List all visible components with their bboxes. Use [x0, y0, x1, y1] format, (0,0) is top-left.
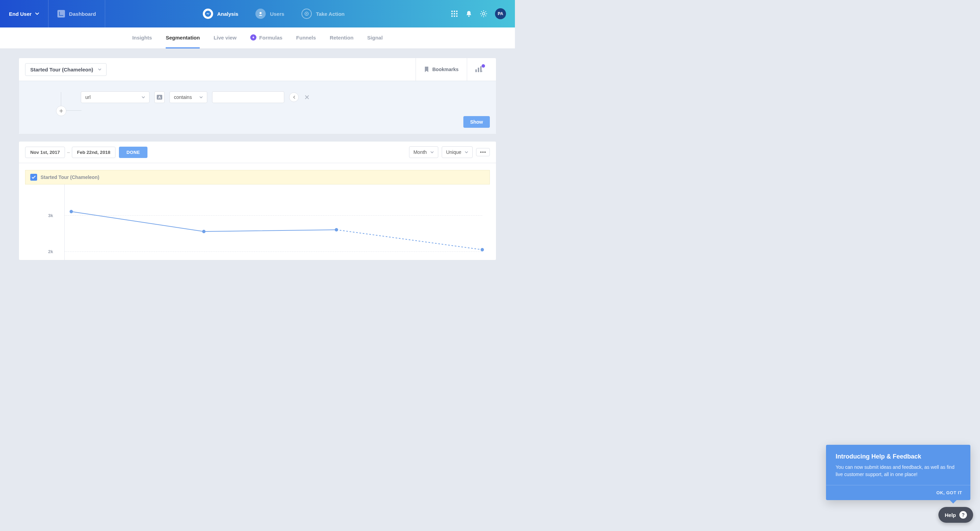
svg-rect-7: [451, 16, 453, 17]
subnav-live-view[interactable]: Live view: [213, 27, 237, 48]
user-avatar[interactable]: PA: [495, 8, 506, 19]
plus-icon: [59, 109, 63, 113]
series-checkbox[interactable]: [30, 174, 37, 181]
nav-users[interactable]: Users: [255, 9, 284, 19]
svg-rect-2: [454, 11, 455, 12]
check-icon: [32, 176, 36, 179]
series-label: Started Tour (Chameleon): [41, 174, 99, 180]
event-dropdown[interactable]: Started Tour (Chameleon): [25, 63, 107, 76]
series-line: [71, 212, 336, 231]
filter-footer: Show: [19, 112, 496, 134]
granularity-label: Month: [414, 149, 427, 155]
query-panel-header-right: Bookmarks +: [415, 63, 490, 76]
svg-rect-6: [456, 13, 458, 14]
filter-operator-dropdown[interactable]: contains: [169, 91, 207, 103]
remove-filter-button[interactable]: [304, 94, 310, 101]
subnav-live-view-label: Live view: [213, 35, 237, 41]
filter-property-dropdown[interactable]: url: [81, 91, 150, 103]
subnav-signal[interactable]: Signal: [367, 27, 383, 48]
apps-icon[interactable]: [451, 10, 458, 17]
top-nav-left: End User Dashboard: [0, 0, 105, 27]
svg-rect-1: [451, 11, 453, 12]
count-type-dropdown[interactable]: Unique: [442, 146, 473, 158]
filter-value-input-wrap: [212, 91, 284, 103]
chevron-down-icon: [465, 151, 468, 154]
chart-plot-area: 3k 2k: [64, 184, 482, 260]
query-panel: Started Tour (Chameleon) Bookmarks +: [19, 58, 496, 134]
svg-point-16: [480, 151, 482, 153]
filter-row: url A contains: [81, 91, 461, 103]
chevron-down-icon: [35, 13, 39, 15]
svg-point-0: [259, 12, 262, 14]
user-icon: [255, 9, 266, 19]
top-nav: End User Dashboard Analysis Users Take A…: [0, 0, 515, 27]
settings-icon[interactable]: [480, 10, 487, 17]
dashboard-icon: [57, 10, 65, 17]
bolt-icon: [250, 34, 256, 41]
subnav-insights[interactable]: Insights: [132, 27, 152, 48]
event-dropdown-label: Started Tour (Chameleon): [30, 67, 93, 73]
filter-body: url A contains: [19, 81, 496, 112]
subnav-funnels-label: Funnels: [296, 35, 316, 41]
date-done-button[interactable]: DONE: [119, 147, 148, 158]
svg-rect-9: [456, 16, 458, 17]
date-range-separator: –: [65, 149, 72, 155]
y-tick-label: 2k: [48, 249, 53, 254]
notification-dot-icon: [482, 64, 485, 68]
workarea: Started Tour (Chameleon) Bookmarks +: [0, 49, 515, 260]
data-point[interactable]: [480, 248, 484, 251]
close-icon: [305, 95, 309, 99]
avatar-initials: PA: [498, 11, 503, 16]
filter-operator-label: contains: [174, 94, 192, 100]
analysis-subnav: Insights Segmentation Live view Formulas…: [0, 27, 515, 49]
nav-analysis[interactable]: Analysis: [203, 9, 239, 19]
nav-take-action-label: Take Action: [316, 11, 344, 17]
project-switcher-label: End User: [9, 11, 32, 17]
svg-point-18: [484, 151, 486, 153]
svg-point-10: [468, 16, 469, 17]
data-point[interactable]: [335, 228, 338, 231]
dashboard-link[interactable]: Dashboard: [48, 0, 105, 27]
chart-options-menu[interactable]: [476, 148, 490, 156]
chart-add-icon: +: [475, 66, 482, 73]
subnav-retention[interactable]: Retention: [329, 27, 353, 48]
data-point[interactable]: [202, 230, 205, 233]
chevron-left-icon: [293, 95, 295, 99]
subnav-segmentation-label: Segmentation: [166, 35, 200, 41]
analysis-icon: [203, 9, 213, 19]
chart-panel-header: Nov 1st, 2017 – Feb 22nd, 2018 DONE Mont…: [19, 141, 496, 163]
bookmarks-label: Bookmarks: [433, 67, 458, 72]
subnav-formulas-label: Formulas: [259, 35, 283, 41]
nav-take-action[interactable]: Take Action: [301, 9, 344, 19]
collapse-filter-button[interactable]: [289, 92, 299, 102]
data-point[interactable]: [70, 210, 73, 213]
filter-value-input[interactable]: [216, 94, 280, 100]
target-icon: [301, 9, 312, 19]
filter-property-label: url: [85, 94, 91, 100]
top-nav-right: PA: [442, 8, 515, 19]
more-horizontal-icon: [480, 151, 486, 153]
svg-point-17: [482, 151, 484, 153]
add-to-dashboard-button[interactable]: +: [467, 58, 490, 81]
filter-type-toggle[interactable]: A: [154, 91, 165, 103]
date-from-picker[interactable]: Nov 1st, 2017: [25, 147, 65, 158]
bookmarks-button[interactable]: Bookmarks: [415, 58, 467, 81]
series-line-partial: [337, 230, 482, 250]
granularity-dropdown[interactable]: Month: [409, 146, 438, 158]
chevron-down-icon: [199, 96, 203, 98]
chart-legend-row[interactable]: Started Tour (Chameleon): [25, 170, 490, 184]
add-filter-button[interactable]: [56, 106, 66, 116]
subnav-formulas[interactable]: Formulas: [250, 27, 283, 48]
date-to-picker[interactable]: Feb 22nd, 2018: [72, 147, 116, 158]
type-glyph: A: [157, 95, 162, 100]
subnav-funnels[interactable]: Funnels: [296, 27, 316, 48]
svg-rect-8: [454, 16, 455, 17]
project-switcher[interactable]: End User: [0, 0, 48, 27]
chart-panel: Nov 1st, 2017 – Feb 22nd, 2018 DONE Mont…: [19, 141, 496, 260]
show-button[interactable]: Show: [463, 116, 490, 128]
chevron-down-icon: [430, 151, 434, 154]
subnav-segmentation[interactable]: Segmentation: [166, 27, 200, 48]
notifications-icon[interactable]: [465, 10, 472, 17]
query-panel-header: Started Tour (Chameleon) Bookmarks +: [19, 58, 496, 81]
count-type-label: Unique: [446, 149, 461, 155]
